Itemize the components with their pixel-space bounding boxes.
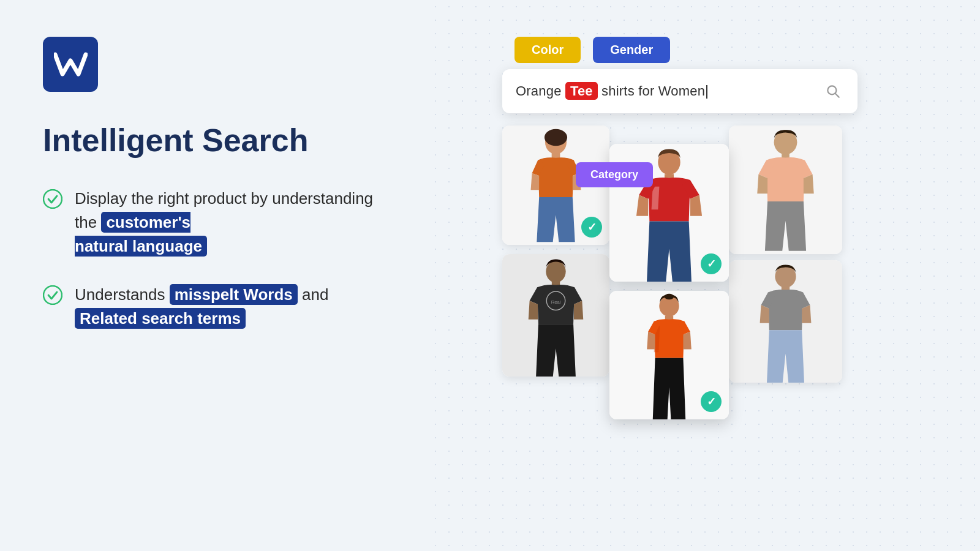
product-card-4[interactable]: Real bbox=[502, 254, 609, 377]
right-panel: Color Gender Orange Tee shirts for Women… bbox=[417, 0, 980, 517]
bullet-item-2: Understands misspelt Words and Related s… bbox=[43, 283, 374, 331]
left-panel: /爳 Intelligent Search Display the right … bbox=[0, 0, 417, 367]
check-badge-2: ✓ bbox=[701, 253, 722, 274]
bullet-check-icon-1 bbox=[43, 189, 62, 209]
highlight-misspelt: misspelt Words bbox=[170, 284, 298, 305]
svg-point-0 bbox=[43, 190, 62, 208]
bullet-text-1: Display the right product by understandi… bbox=[75, 187, 374, 258]
product-figure-4: Real bbox=[502, 254, 609, 377]
main-title: Intelligent Search bbox=[43, 122, 374, 159]
highlight-related: Related search terms bbox=[75, 308, 246, 329]
svg-point-1 bbox=[43, 286, 62, 304]
check-badge-1: ✓ bbox=[581, 217, 602, 238]
search-text: Orange Tee shirts for Women bbox=[516, 83, 822, 99]
category-badge: Category bbox=[576, 162, 653, 187]
gender-filter-tag[interactable]: Gender bbox=[593, 37, 670, 63]
search-widget: Color Gender Orange Tee shirts for Women… bbox=[502, 37, 858, 481]
svg-point-5 bbox=[545, 129, 567, 146]
search-query-after: shirts for Women bbox=[598, 83, 705, 99]
product-figure-3 bbox=[729, 126, 842, 254]
logo-box: /爳 bbox=[43, 37, 98, 92]
color-filter-tag[interactable]: Color bbox=[514, 37, 581, 63]
bullet-list: Display the right product by understandi… bbox=[43, 187, 374, 331]
svg-line-3 bbox=[835, 94, 839, 97]
page-container: /爳 Intelligent Search Display the right … bbox=[0, 0, 980, 551]
search-query-before: Orange bbox=[516, 83, 565, 99]
products-area: ✓ bbox=[502, 126, 858, 481]
filter-tags: Color Gender bbox=[502, 37, 858, 63]
search-cursor bbox=[706, 85, 707, 99]
bullet-check-icon-2 bbox=[43, 285, 62, 305]
product-card-3[interactable] bbox=[729, 126, 842, 254]
product-figure-6 bbox=[729, 260, 842, 383]
bullet-item-1: Display the right product by understandi… bbox=[43, 187, 374, 258]
svg-point-16 bbox=[665, 294, 674, 300]
search-tee-highlight: Tee bbox=[565, 82, 598, 100]
svg-text:Real: Real bbox=[551, 299, 561, 305]
logo-svg bbox=[54, 52, 88, 77]
check-badge-5: ✓ bbox=[701, 391, 722, 412]
highlight-customers: customer'snatural language bbox=[75, 212, 207, 257]
product-card-6[interactable] bbox=[729, 260, 842, 383]
product-card-5[interactable]: ✓ bbox=[609, 291, 729, 419]
search-bar[interactable]: Orange Tee shirts for Women bbox=[502, 69, 858, 113]
svg-point-11 bbox=[546, 260, 565, 282]
bullet-text-2: Understands misspelt Words and Related s… bbox=[75, 283, 374, 331]
search-button[interactable] bbox=[822, 80, 844, 102]
search-icon bbox=[825, 83, 841, 99]
